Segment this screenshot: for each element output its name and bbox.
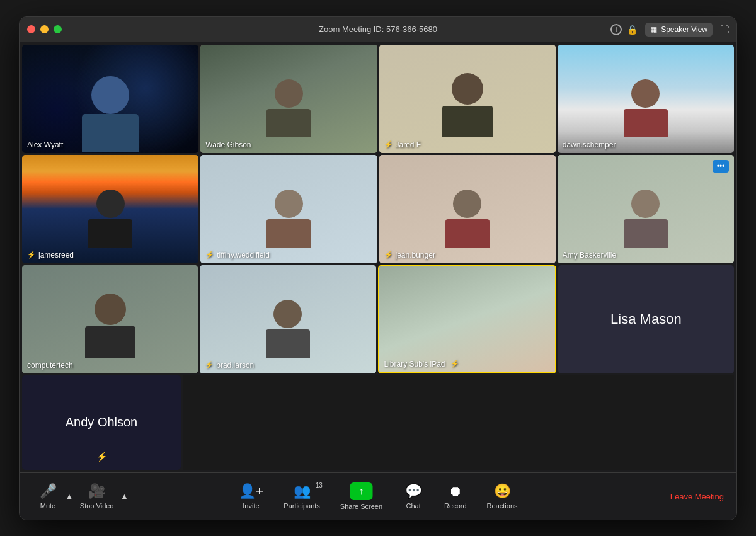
participant-tile-jamesreed[interactable]: ⚡ jamesreed xyxy=(22,155,198,263)
fullscreen-icon[interactable]: ⛶ xyxy=(720,25,729,35)
toolbar-center: 👤+ Invite 👥 13 Participants ↑ Share Scre… xyxy=(234,480,523,513)
reactions-icon: 😀 xyxy=(494,483,511,499)
participant-tile-wade-gibson[interactable]: Wade Gibson xyxy=(200,45,377,153)
participant-name-jamesreed: ⚡ jamesreed xyxy=(27,251,74,259)
participant-name-dawn-schemper: dawn.schemper xyxy=(563,140,616,149)
speaker-view-label: Speaker View xyxy=(661,25,707,34)
more-options-button-amy[interactable]: ••• xyxy=(713,160,729,173)
participants-count: 13 xyxy=(316,482,323,489)
participant-name-alex-wyatt: Alex Wyatt xyxy=(27,140,63,149)
participant-tile-andy-ohlson[interactable]: Andy Ohlson ⚡ xyxy=(22,375,181,470)
participant-name-amy: Amy Baskerville xyxy=(563,251,616,259)
video-chevron[interactable]: ▲ xyxy=(118,491,130,501)
invite-icon: 👤+ xyxy=(239,483,264,499)
toolbar: 🎤 Mute ▲ 🎥 Stop Video ▲ 👤+ Invite 👥 13 xyxy=(20,472,736,520)
grid-row-1: Alex Wyatt Wade Gibson xyxy=(22,45,734,153)
muted-icon-jamesreed: ⚡ xyxy=(27,251,36,259)
participant-name-jean: ⚡ jean.bunger xyxy=(384,251,435,259)
close-button[interactable] xyxy=(27,25,35,33)
lock-icon[interactable]: 🔒 xyxy=(627,25,638,35)
titlebar-controls: i 🔒 ▦ Speaker View ⛶ xyxy=(610,23,729,37)
main-content: Alex Wyatt Wade Gibson xyxy=(20,42,736,472)
info-icon[interactable]: i xyxy=(610,24,622,35)
minimize-button[interactable] xyxy=(40,25,49,33)
leave-meeting-button[interactable]: Leave Meeting xyxy=(670,492,724,501)
participant-name-display-andy: Andy Ohlson xyxy=(66,415,138,430)
titlebar: Zoom Meeting ID: 576-366-5680 i 🔒 ▦ Spea… xyxy=(20,17,736,42)
toolbar-left: 🎤 Mute ▲ 🎥 Stop Video ▲ xyxy=(32,481,130,512)
participant-name-tiffiny: ⚡ tiffiny.weddifield xyxy=(205,251,270,259)
participant-tile-jean[interactable]: ⚡ jean.bunger xyxy=(379,155,556,263)
mute-icon: 🎤 xyxy=(40,483,57,499)
participant-name-brad: ⚡ brad.larson xyxy=(205,361,254,370)
share-screen-icon-box: ↑ xyxy=(350,482,372,500)
chat-button[interactable]: 💬 Chat xyxy=(398,481,429,512)
participants-icon: 👥 xyxy=(294,483,311,499)
participant-name-computertech: computertech xyxy=(27,361,73,370)
muted-icon-tiffiny: ⚡ xyxy=(205,251,214,259)
speaker-view-icon: ▦ xyxy=(650,25,657,34)
share-screen-icon: ↑ xyxy=(358,486,364,497)
participant-tile-amy[interactable]: ••• Amy Baskerville xyxy=(558,155,734,263)
participants-label: Participants xyxy=(284,502,319,510)
share-screen-button[interactable]: ↑ Share Screen xyxy=(335,480,387,513)
participant-tile-alex-wyatt[interactable]: Alex Wyatt xyxy=(22,45,198,153)
muted-icon-jean: ⚡ xyxy=(384,251,393,259)
muted-icon-brad: ⚡ xyxy=(205,361,214,369)
mute-button[interactable]: 🎤 Mute xyxy=(32,481,64,512)
chat-icon: 💬 xyxy=(405,483,422,499)
invite-button[interactable]: 👤+ Invite xyxy=(234,481,269,512)
mute-chevron[interactable]: ▲ xyxy=(64,491,75,501)
record-button[interactable]: ⏺ Record xyxy=(439,481,471,512)
empty-space xyxy=(183,375,734,470)
participant-tile-dawn-schemper[interactable]: dawn.schemper xyxy=(558,45,734,153)
speaker-view-button[interactable]: ▦ Speaker View xyxy=(645,23,713,37)
grid-row-2: ⚡ jamesreed ⚡ tiffiny.weddifield xyxy=(22,155,734,263)
participant-tile-tiffiny[interactable]: ⚡ tiffiny.weddifield xyxy=(200,155,377,263)
video-icon: 🎥 xyxy=(88,483,105,499)
participant-name-wade-gibson: Wade Gibson xyxy=(205,140,251,149)
muted-icon-jared: ⚡ xyxy=(384,140,393,149)
grid-row-4: Andy Ohlson ⚡ xyxy=(22,375,734,470)
participant-tile-library-ipad[interactable]: Library Sub's iPad ⚡ xyxy=(378,265,556,373)
stop-video-button[interactable]: 🎥 Stop Video xyxy=(75,481,119,512)
invite-label: Invite xyxy=(243,502,259,510)
participant-tile-computertech[interactable]: computertech xyxy=(22,265,198,373)
video-grid: Alex Wyatt Wade Gibson xyxy=(20,42,736,472)
participant-tile-jared-f[interactable]: ⚡ Jared F xyxy=(379,45,556,153)
reactions-label: Reactions xyxy=(487,502,518,510)
titlebar-info: i 🔒 xyxy=(610,24,638,35)
participants-button[interactable]: 👥 13 Participants xyxy=(278,481,324,512)
mute-chevron-icon: ▲ xyxy=(65,491,74,501)
participant-tile-brad[interactable]: ⚡ brad.larson xyxy=(200,265,375,373)
muted-icon-library: ⚡ xyxy=(450,360,459,368)
window-title: Zoom Meeting ID: 576-366-5680 xyxy=(319,25,437,34)
share-screen-label: Share Screen xyxy=(340,503,382,510)
participant-tile-lisa-mason[interactable]: Lisa Mason xyxy=(558,265,734,373)
record-icon: ⏺ xyxy=(449,483,462,499)
record-label: Record xyxy=(444,502,466,510)
traffic-lights xyxy=(27,25,62,33)
toolbar-right: Leave Meeting xyxy=(670,491,724,502)
chat-label: Chat xyxy=(406,502,420,510)
stop-video-label: Stop Video xyxy=(80,502,114,510)
fullscreen-button[interactable] xyxy=(54,25,62,33)
mute-label: Mute xyxy=(40,502,55,510)
grid-row-3: computertech ⚡ brad.larson xyxy=(22,265,734,373)
participant-name-library-ipad: Library Sub's iPad ⚡ xyxy=(384,360,459,368)
reactions-button[interactable]: 😀 Reactions xyxy=(482,481,523,512)
muted-icon-andy: ⚡ xyxy=(96,452,107,462)
video-chevron-icon: ▲ xyxy=(120,491,129,501)
participant-name-display-lisa: Lisa Mason xyxy=(610,311,682,328)
participant-name-jared-f: ⚡ Jared F xyxy=(384,140,421,149)
zoom-window: Zoom Meeting ID: 576-366-5680 i 🔒 ▦ Spea… xyxy=(19,16,737,520)
